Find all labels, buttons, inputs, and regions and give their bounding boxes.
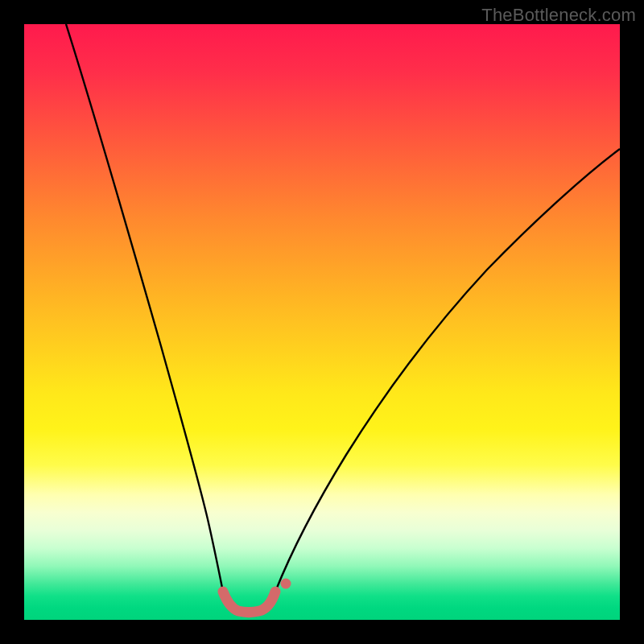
plot-area bbox=[24, 24, 620, 620]
chart-frame: TheBottleneck.com bbox=[0, 0, 644, 644]
chart-svg bbox=[24, 24, 620, 620]
curve-left bbox=[66, 24, 223, 592]
watermark-text: TheBottleneck.com bbox=[481, 5, 636, 26]
highlight-band bbox=[223, 592, 275, 613]
curve-right bbox=[275, 149, 620, 592]
highlight-dot bbox=[281, 579, 291, 589]
